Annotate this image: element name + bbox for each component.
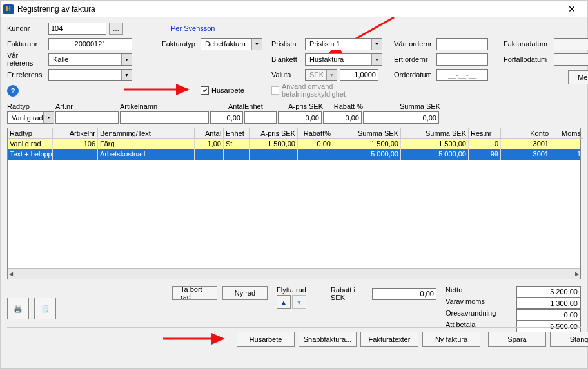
col-summa2[interactable]: Summa SEK [401,128,469,139]
erref-combo[interactable]: ▼ [48,69,132,81]
orderdatum-input[interactable] [436,69,488,81]
netto-value: 5 200,00 [516,286,581,298]
kundnr-label: Kundnr [7,24,46,32]
fakturatyp-combo[interactable]: Debetfaktura▼ [201,38,262,50]
blankett-combo[interactable]: Husfaktura▼ [305,53,382,66]
app-icon: H [3,4,14,14]
col-rabatt[interactable]: Rabatt% [298,128,333,139]
hdr-summa: Summa SEK [363,102,440,110]
prislista-label: Prislista [271,40,302,48]
hdr-apris: A-pris SEK [278,102,323,110]
calculator-icon: 🗒️ [41,305,50,313]
col-enhet[interactable]: Enhet [224,128,250,139]
husarbete-check-label: Husarbete [211,86,244,94]
erref-label: Er referens [7,71,46,79]
orderdatum-label: Orderdatum [394,71,434,79]
col-moms[interactable]: Moms [551,128,583,139]
prislista-combo[interactable]: Prislista 1▼ [305,38,382,50]
stang-button[interactable]: Stäng [550,332,588,347]
reverse-vat-checkbox: Använd omvänd betalningsskyldighet [271,82,387,98]
blankett-label: Blankett [271,55,302,63]
col-summa1[interactable]: Summa SEK [333,128,401,139]
horizontal-scrollbar[interactable]: ◀▶ [8,268,580,279]
col-konto[interactable]: Konto [501,128,551,139]
forfallodatum-input[interactable] [554,53,588,66]
hdr-antal: Antal [210,102,244,110]
merinfo-button[interactable]: Mer info [568,70,588,84]
kundnr-lookup-button[interactable]: … [109,23,123,35]
entry-antal-input[interactable] [210,111,243,124]
move-down-button[interactable]: ▼ [292,295,306,309]
fakturadatum-input[interactable] [554,38,588,50]
vartorder-label: Vårt ordernr [394,40,434,48]
table-row[interactable]: Text + belopp Arbetskostnad 5 000,00 5 0… [8,149,580,160]
varref-combo[interactable]: Kalle▼ [48,53,132,66]
printer-icon: 🖨️ [14,305,23,313]
invoice-lines-table[interactable]: Radtyp Artikelnr Benämning/Text Antal En… [7,128,581,279]
col-artnr[interactable]: Artikelnr [53,128,98,139]
husarbete-button[interactable]: Husarbete [237,332,295,347]
varref-label: Vår referens [7,52,46,67]
entry-enhet-input[interactable] [244,111,277,124]
entry-radtyp-combo[interactable]: Vanlig rad▼ [7,111,54,124]
valuta-label: Valuta [271,71,302,79]
fakturatyp-label: Fakturatyp [162,40,198,48]
spara-button[interactable]: Spara [488,332,546,347]
calculator-button[interactable]: 🗒️ [34,298,56,319]
nyfaktura-button[interactable]: Ny faktura [422,332,480,347]
entry-summa-input[interactable] [363,111,439,124]
fakturatexter-button[interactable]: Fakturatexter [360,332,418,347]
col-resnr[interactable]: Res.nr [469,128,501,139]
table-row[interactable]: Vanlig rad 106 Färg 1,00 St 1 500,00 0,0… [8,139,580,149]
forfallodatum-label: Förfallodatum [504,55,551,63]
col-benamning[interactable]: Benämning/Text [98,128,195,139]
fakturanr-input[interactable] [48,38,132,50]
fakturadatum-label: Fakturadatum [504,40,551,48]
hdr-rabatt: Rabatt % [323,102,363,110]
vartorder-input[interactable] [436,38,488,50]
flytta-label: Flytta rad [277,286,306,294]
ertorder-label: Ert ordernr [394,55,434,63]
hdr-enhet: Enhet [244,102,278,110]
reverse-vat-label: Använd omvänd betalningsskyldighet [282,82,387,98]
col-apris[interactable]: A-pris SEK [250,128,298,139]
hdr-artnamn: Artikelnamn [120,102,210,110]
valuta-combo: SEK▼ [305,69,337,81]
print-button[interactable]: 🖨️ [7,298,29,319]
husarbete-checkbox[interactable]: ✔ Husarbete [201,86,244,95]
snabbfaktura-button[interactable]: Snabbfaktura... [299,332,357,347]
ertorder-input[interactable] [436,53,488,66]
hdr-artnr: Art.nr [55,102,120,110]
col-radtyp[interactable]: Radtyp [8,128,53,139]
valuta-rate-input[interactable] [340,69,378,81]
col-antal[interactable]: Antal [195,128,224,139]
entry-apris-input[interactable] [278,111,322,124]
fakturanr-label: Fakturanr [7,40,46,48]
entry-artnamn-input[interactable] [120,111,209,124]
entry-artnr-input[interactable] [55,111,119,124]
close-button[interactable]: ✕ [559,1,585,17]
customer-name: Per Svensson [171,24,215,32]
netto-label: Netto [446,286,516,298]
entry-rabatt-input[interactable] [323,111,362,124]
hdr-radtyp: Radtyp [7,102,55,110]
window-title: Registrering av faktura [17,5,559,14]
help-icon[interactable]: ? [7,85,19,97]
kundnr-input[interactable] [48,23,106,35]
